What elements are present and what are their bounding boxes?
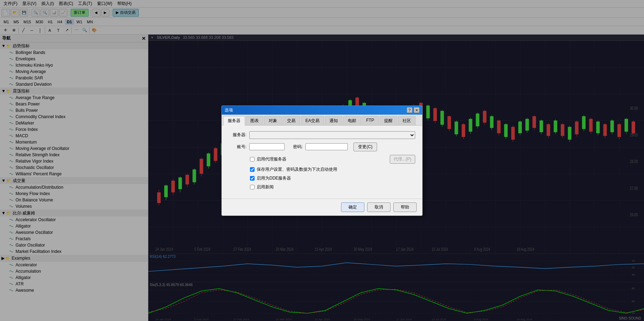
tab-notify[interactable]: 通知: [325, 116, 342, 125]
server-select[interactable]: [249, 131, 415, 139]
dialog-footer: 确定 取消 帮助: [222, 199, 422, 216]
tab-ftp[interactable]: FTP: [362, 116, 379, 125]
ok-button[interactable]: 确定: [341, 202, 364, 212]
server-row: 服务器:: [229, 131, 415, 139]
tab-ea[interactable]: EA交易: [301, 116, 324, 125]
account-input[interactable]: [249, 143, 285, 150]
options-dialog: 选项 ? ✕ 服务器 图表 对象 交易 EA交易 通知 电邮 FTP 提醒 社区…: [221, 105, 423, 216]
tab-trade[interactable]: 交易: [282, 116, 300, 125]
enable-dde-label: 启用为DDE服务器: [257, 175, 291, 181]
proxy-button[interactable]: 代理...(P): [390, 155, 415, 164]
account-label: 账号:: [229, 144, 246, 150]
tab-objects[interactable]: 对象: [264, 116, 282, 125]
tab-server[interactable]: 服务器: [223, 116, 245, 126]
enable-news-checkbox[interactable]: [250, 185, 255, 189]
dialog-tabs: 服务器 图表 对象 交易 EA交易 通知 电邮 FTP 提醒 社区: [222, 115, 422, 126]
dialog-close-button[interactable]: ✕: [414, 107, 419, 113]
save-credentials-label: 保存用户设置、密码及数据为下次启动使用: [257, 166, 337, 172]
enable-dde-checkbox[interactable]: [250, 176, 255, 181]
dialog-overlay: 选项 ? ✕ 服务器 图表 对象 交易 EA交易 通知 电邮 FTP 提醒 社区…: [0, 0, 644, 321]
proxy-row: 启用代理服务器 代理...(P): [229, 155, 415, 164]
dialog-help-button[interactable]: ?: [407, 107, 412, 113]
enable-proxy-checkbox[interactable]: [250, 157, 255, 162]
password-input[interactable]: [305, 143, 348, 150]
save-credentials-checkbox[interactable]: [250, 167, 255, 172]
enable-news-label: 启用新闻: [257, 184, 274, 190]
tab-chart[interactable]: 图表: [246, 116, 263, 125]
save-credentials-row: 保存用户设置、密码及数据为下次启动使用: [229, 166, 415, 172]
help-button[interactable]: 帮助: [393, 202, 417, 212]
dialog-title-controls: ? ✕: [407, 107, 419, 113]
tab-community[interactable]: 社区: [398, 116, 416, 125]
dde-server-row: 启用为DDE服务器: [229, 175, 415, 181]
change-button[interactable]: 变更(C): [353, 143, 377, 151]
enable-proxy-label: 启用代理服务器: [257, 156, 286, 162]
account-row: 账号: 密码: 变更(C): [229, 143, 415, 151]
tab-email[interactable]: 电邮: [343, 116, 361, 125]
dialog-body: 服务器: 账号: 密码: 变更(C) 启用代理服务器 代理...(P): [222, 126, 422, 199]
server-label: 服务器:: [229, 132, 246, 138]
cancel-button[interactable]: 取消: [367, 202, 390, 212]
dialog-titlebar: 选项 ? ✕: [222, 106, 422, 115]
password-label: 密码:: [293, 144, 303, 150]
dialog-title: 选项: [225, 107, 233, 113]
server-select-container: [249, 131, 415, 139]
enable-news-row: 启用新闻: [229, 184, 415, 190]
tab-alerts[interactable]: 提醒: [380, 116, 397, 125]
